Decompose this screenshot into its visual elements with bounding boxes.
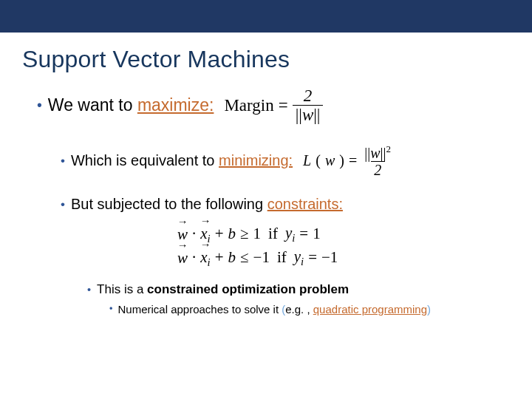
b: b (228, 248, 236, 267)
neg-one: −1 (253, 248, 270, 267)
frac-num: 2 (301, 86, 316, 105)
bullet-maximize: • We want to maximize: Margin = 2 ||w|| (37, 86, 510, 124)
keyword-constraints: constraints: (267, 196, 343, 212)
bullet-numerical-approaches: • Numerical approaches to solve it (e.g.… (109, 303, 510, 316)
squared: 2 (386, 143, 392, 154)
constraint-row-2: w · xi + b ≤ −1 if yi = −1 (177, 247, 510, 269)
dot-op: · (192, 225, 196, 243)
b: b (228, 225, 236, 243)
rparen: ) (339, 152, 344, 169)
keyword-minimize: minimizing: (219, 152, 293, 168)
norm-r: || (381, 145, 386, 161)
yi: yi (294, 248, 304, 268)
margin-fraction: 2 ||w|| (293, 86, 324, 124)
vec-xi: xi (200, 247, 210, 269)
margin-lhs: Margin (224, 96, 273, 115)
bullet-dot-icon: • (61, 198, 65, 211)
bold-phrase: constrained optimization problem (147, 282, 349, 296)
top-accent-bar (0, 0, 532, 33)
norm-l: || (296, 106, 302, 124)
yi: yi (285, 224, 295, 245)
loss-fraction: ||w||2 2 (361, 143, 394, 178)
if: if (268, 225, 278, 243)
text: Numerical approaches to solve it (117, 303, 282, 316)
w-var: w (302, 106, 313, 124)
bullet-dot-icon: • (87, 284, 91, 295)
one: 1 (253, 225, 262, 243)
keyword-qp: quadratic programming (313, 303, 427, 316)
lparen: ( (316, 152, 321, 169)
geq: ≥ (240, 225, 249, 243)
bullet-optimization-problem: • This is a constrained optimization pro… (87, 282, 510, 297)
bullet-dot-icon: • (61, 154, 65, 167)
eq: = (299, 225, 308, 243)
margin-formula: Margin = 2 ||w|| (224, 86, 323, 124)
frac-den: 2 (371, 161, 384, 178)
vec-w: w (177, 248, 188, 267)
plus: + (215, 225, 224, 243)
slide-title: Support Vector Machines (22, 46, 510, 73)
text: This is a (97, 282, 147, 296)
loss-formula: L(w) = ||w||2 2 (303, 143, 394, 178)
w-var: w (370, 145, 380, 161)
if: if (277, 248, 287, 267)
constraint-equations: w · xi + b ≥ 1 if yi = 1 w · xi + b ≤ −1… (177, 223, 510, 269)
val: −1 (321, 248, 338, 267)
w-arg: w (325, 152, 335, 169)
leq: ≤ (240, 248, 249, 267)
frac-num: ||w||2 (361, 143, 394, 161)
bullet-dot-icon: • (37, 98, 42, 113)
paren-r: ) (427, 303, 431, 316)
eq-sign: = (279, 96, 288, 115)
L: L (303, 152, 311, 169)
text: Which is equivalent to (71, 152, 219, 168)
text: We want to (48, 95, 137, 115)
bullet-dot-icon: • (109, 304, 112, 314)
norm-r: || (313, 106, 320, 124)
dot-op: · (192, 248, 196, 267)
val: 1 (313, 225, 321, 243)
keyword-maximize: maximize: (137, 95, 214, 115)
norm-l: || (364, 145, 370, 161)
slide-body: Support Vector Machines • We want to max… (0, 33, 532, 316)
plus: + (215, 248, 224, 267)
frac-den: ||w|| (293, 105, 324, 124)
text: But subjected to the following (71, 196, 267, 212)
bullet-minimize: • Which is equivalent to minimizing: L(w… (61, 143, 510, 178)
eg: e.g. , (285, 303, 313, 316)
eq: = (308, 248, 317, 267)
bullet-constraints: • But subjected to the following constra… (61, 196, 510, 213)
constraint-row-1: w · xi + b ≥ 1 if yi = 1 (177, 223, 510, 245)
eq-sign: = (349, 152, 357, 169)
